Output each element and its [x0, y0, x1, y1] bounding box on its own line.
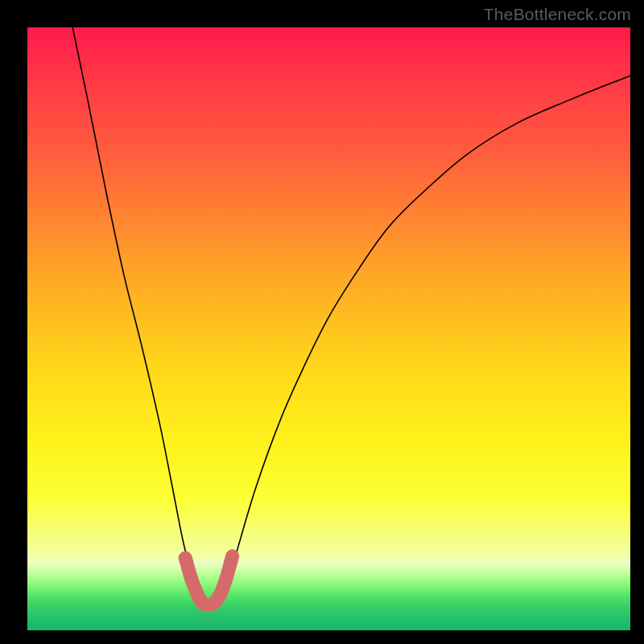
plot-area: [27, 27, 630, 630]
bottleneck-curve: [72, 27, 630, 609]
watermark-text: TheBottleneck.com: [484, 5, 631, 24]
bottom-highlight: [185, 556, 232, 605]
curve-layer: [27, 27, 630, 630]
chart-frame: TheBottleneck.com: [0, 0, 644, 644]
